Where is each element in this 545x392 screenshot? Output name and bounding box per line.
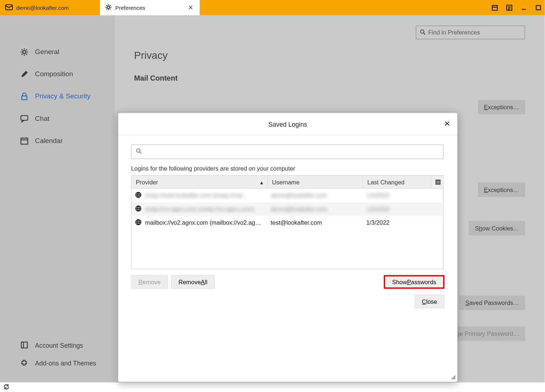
resize-grip-icon[interactable]: ◢ xyxy=(451,373,456,380)
dialog-description: Logins for the following providers are s… xyxy=(131,165,447,172)
sync-icon xyxy=(3,384,9,391)
table-row[interactable]: mailbox://vo2.agnx.com (mailbox://vo2.ag… xyxy=(132,216,443,230)
tab-preferences[interactable]: Preferences ✕ xyxy=(100,0,200,15)
dialog-close-icon[interactable]: ✕ xyxy=(444,119,451,128)
tab-prefs-label: Preferences xyxy=(115,4,183,11)
logins-table: Provider ▴ Username Last Changed imap://… xyxy=(131,175,444,269)
titlebar: demo@lookafter.com Preferences ✕ xyxy=(0,0,545,15)
show-passwords-button[interactable]: Show Passwords xyxy=(384,275,444,289)
svg-rect-2 xyxy=(492,5,497,10)
modal-overlay: Saved Logins ✕ Logins for the following … xyxy=(0,15,545,382)
tab-mail-label: demo@lookafter.com xyxy=(16,4,96,11)
gear-icon xyxy=(105,4,112,12)
svg-rect-12 xyxy=(436,180,440,184)
table-row[interactable]: smtp://vo.agnx.com (smtp://vo.agnx.com) … xyxy=(132,202,443,216)
table-row[interactable]: imap://mail.lookafter.com (imap://mai… d… xyxy=(132,188,443,202)
saved-logins-dialog: Saved Logins ✕ Logins for the following … xyxy=(118,113,457,382)
globe-icon xyxy=(135,191,142,199)
dialog-title: Saved Logins xyxy=(129,121,447,128)
tab-close-icon[interactable]: ✕ xyxy=(186,4,195,12)
globe-icon xyxy=(135,219,142,226)
col-username[interactable]: Username xyxy=(268,176,363,188)
remove-button[interactable]: Remove xyxy=(131,275,168,289)
calendar-compact-icon[interactable] xyxy=(491,4,498,12)
remove-all-button[interactable]: Remove All xyxy=(171,275,215,289)
col-provider[interactable]: Provider ▴ xyxy=(132,176,268,188)
table-header: Provider ▴ Username Last Changed xyxy=(132,176,443,188)
dialog-close-button[interactable]: Close xyxy=(415,295,444,309)
window-controls xyxy=(491,0,545,15)
col-last-changed[interactable]: Last Changed xyxy=(363,176,431,188)
svg-point-11 xyxy=(137,149,140,152)
window-minimize-icon[interactable] xyxy=(520,4,528,12)
tasks-icon[interactable] xyxy=(505,4,513,12)
column-picker-icon[interactable] xyxy=(431,176,443,188)
search-icon xyxy=(136,148,142,156)
status-bar xyxy=(0,382,545,392)
mail-icon xyxy=(5,4,13,11)
window-maximize-icon[interactable] xyxy=(534,4,542,12)
sort-asc-icon: ▴ xyxy=(260,179,263,185)
tab-mail-account[interactable]: demo@lookafter.com xyxy=(0,0,100,15)
dialog-search-input[interactable] xyxy=(131,144,444,159)
svg-point-1 xyxy=(107,6,110,8)
svg-rect-4 xyxy=(536,5,541,10)
globe-icon xyxy=(135,205,142,213)
